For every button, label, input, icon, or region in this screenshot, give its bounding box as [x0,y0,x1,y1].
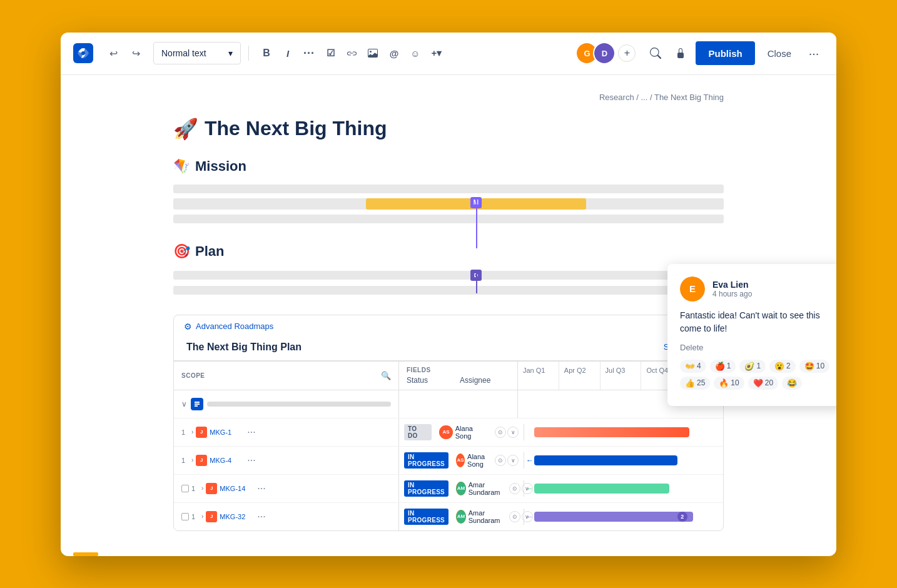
italic-button[interactable]: I [278,43,298,63]
parent-icon [191,398,203,410]
gantt-row-2: M [173,198,724,210]
reaction-clap[interactable]: 👐 4 [680,360,706,373]
collapse-arrow[interactable]: ∨ [181,400,187,408]
breadcrumb-ellipsis[interactable]: ... [641,93,647,102]
roadmap-row-mkg1: 1 › J MKG-1 ··· TO DO AS Alana Song ⊙ [174,418,723,446]
assignee-avatar-mkg1: AS [439,425,452,439]
reaction-apple[interactable]: 🍎 1 [710,360,736,373]
thumbsup-count: 25 [697,378,705,387]
gantt-vertical-line [476,198,477,248]
checkbox-mkg14 [181,485,189,492]
assignee-mkg1: AS Alana Song ⊙ ∨ [439,425,519,440]
text-style-dropdown[interactable]: Normal text ▾ [153,42,241,64]
roadmap-row-mkg14: 1 › J MKG-14 ··· IN PROGRESS AM Amar Sun… [174,474,723,502]
checkbox-button[interactable]: ☑ [320,43,340,63]
plan-heading: 🎯 Plan [173,243,724,260]
bold-button[interactable]: B [256,43,276,63]
page-title: 🚀 The Next Big Thing [173,117,724,141]
reaction-thumbsup[interactable]: 👍 25 [680,377,710,390]
undo-button[interactable]: ↩ [103,43,123,63]
mission-heading: 🪁 Mission [173,158,724,175]
mkg4-dropdown-icon[interactable]: ∨ [507,455,519,466]
reaction-star-eyes[interactable]: 🤩 10 [799,360,829,373]
mkg4-settings-icon[interactable]: ⊙ [495,455,506,466]
roadmap-plugin-row: ⚙ Advanced Roadmaps [174,315,723,332]
assignee-avatar-mkg14: AM [456,482,466,495]
quarter-jul-q3: Jul Q3 [601,362,642,390]
logo[interactable] [73,43,93,63]
status-badge-mkg14: IN PROGRESS [404,480,448,497]
clap-count: 4 [697,362,701,370]
mkg1-controls: ⊙ ∨ [495,427,519,438]
scope-parent-cell: ∨ [174,390,399,418]
timeline-cell-mkg32: ← 2 [524,503,723,530]
scope-indent-mkg14: 1 › J MKG-14 ··· [181,483,266,494]
mkg14-more-dots[interactable]: ··· [257,483,265,494]
gantt-bar-mission: M [366,198,586,210]
close-button[interactable]: Close [760,43,799,64]
link-button[interactable] [342,43,362,63]
image-button[interactable] [363,43,383,63]
reactions-row-2: 👍 25 🔥 10 ❤️ 20 😂 [680,377,836,390]
mkg4-more-dots[interactable]: ··· [247,455,255,466]
mkg1-settings-icon[interactable]: ⊙ [495,427,506,438]
title-emoji: 🚀 [173,117,198,141]
delete-comment-button[interactable]: Delete [680,343,836,352]
insert-button[interactable]: +▾ [427,43,447,63]
thumbsup-emoji: 👍 [685,378,695,388]
mkg32-settings-icon[interactable]: ⊙ [509,511,520,522]
redo-button[interactable]: ↪ [126,43,146,63]
toolbar: ↩ ↪ Normal text ▾ B I ··· ☑ @ ☺ +▾ G [61,33,836,75]
app-window: ↩ ↪ Normal text ▾ B I ··· ☑ @ ☺ +▾ G [61,33,836,556]
mkg32-more-dots[interactable]: ··· [257,511,265,522]
reaction-heart[interactable]: ❤️ 20 [748,377,778,390]
cb-mkg32[interactable] [181,513,189,520]
mkg1-more-dots[interactable]: ··· [247,427,255,438]
publish-button[interactable]: Publish [696,41,754,65]
plan-emoji: 🎯 [173,243,190,260]
reaction-avocado[interactable]: 🥑 1 [739,360,766,373]
mkg32-num-badge: 2 [677,512,687,522]
scope-cell-mkg14: 1 › J MKG-14 ··· [174,475,399,502]
mkg14-settings-icon[interactable]: ⊙ [509,483,520,494]
wow-count: 2 [786,362,791,370]
collaborators-group: G D + [575,42,636,64]
jira-tag-mkg14: MKG-14 [220,485,250,492]
fields-header: FIELDS Status Assignee [399,362,518,390]
search-scope-icon[interactable]: 🔍 [381,371,391,380]
commenter-avatar: E [680,276,705,302]
roadmap-plan-title: The Next Big Thing Plan [186,342,302,353]
breadcrumb-research[interactable]: Research [599,93,634,102]
expand-mkg14[interactable]: › [201,485,203,492]
expand-mkg32[interactable]: › [201,513,203,520]
plan-section: 🎯 Plan D [173,243,724,295]
parent-scope-bar [207,402,391,407]
apple-emoji: 🍎 [715,362,725,371]
status-field-label: Status [407,376,460,385]
search-button[interactable] [646,43,666,63]
mention-button[interactable]: @ [384,43,404,63]
scope-cell-mkg4: 1 › J MKG-4 ··· [174,447,399,474]
lock-button[interactable] [671,43,691,63]
add-collaborator-button[interactable]: + [618,44,636,62]
star-eyes-count: 10 [816,362,824,370]
cb-mkg14[interactable] [181,485,189,492]
expand-mkg4[interactable]: › [191,457,193,464]
mission-text: Mission [195,158,246,175]
expand-mkg1[interactable]: › [191,428,193,435]
assignee-mkg32: AM Amar Sundaram ⊙ ∨ [456,509,533,524]
mkg1-dropdown-icon[interactable]: ∨ [507,427,519,438]
assignee-name-mkg4: Alana Song [467,453,490,468]
reaction-fire[interactable]: 🔥 10 [714,377,744,390]
scope-cell-mkg1: 1 › J MKG-1 ··· [174,418,399,446]
emoji-button[interactable]: ☺ [405,43,425,63]
reaction-laugh[interactable]: 😂 [782,377,802,390]
more-format-button[interactable]: ··· [299,43,319,63]
fields-cell-mkg4: IN PROGRESS AS Alana Song ⊙ ∨ [399,452,524,469]
heart-emoji: ❤️ [753,378,763,388]
avocado-count: 1 [756,362,761,370]
more-options-button[interactable]: ··· [804,43,824,63]
clap-emoji: 👐 [685,362,695,371]
reaction-wow[interactable]: 😮 2 [769,360,796,373]
assignee-name-mkg1: Alana Song [455,425,490,440]
